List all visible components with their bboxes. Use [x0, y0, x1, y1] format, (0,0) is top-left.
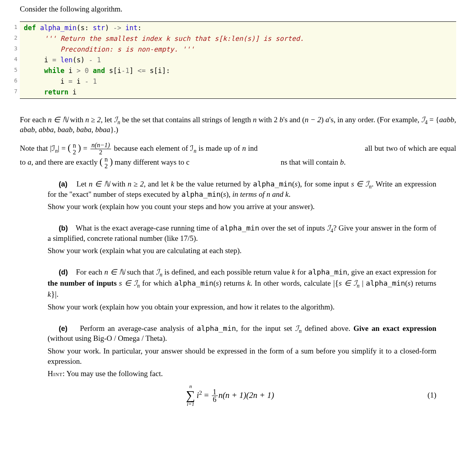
problem-text: For each n ∈ ℕ with n ≥ 2, let ℐn be the…: [20, 115, 456, 170]
code-listing: def alpha_min(s: str) -> int: ''' Return…: [20, 22, 456, 98]
document-page: Consider the following algorithm. 1 2 3 …: [0, 4, 476, 463]
question-d: (d) For each n ∈ ℕ such that ℐn is defin…: [48, 267, 436, 312]
show-work: Show your work. In particular, your answ…: [48, 346, 436, 366]
bottom-rule: [20, 98, 456, 99]
line-number: 2: [6, 33, 17, 43]
paragraph: Note that |ℐn| = (n2) = n(n−1)2 because …: [20, 142, 456, 169]
line-number: 1: [6, 22, 17, 33]
equation-number: (1): [413, 390, 436, 400]
binom-stack: n2: [71, 142, 77, 156]
line-number: 6: [6, 75, 17, 86]
question-text: (d) For each n ∈ ℕ such that ℐn is defin…: [48, 267, 436, 300]
line-number: 7: [6, 86, 17, 97]
question-e: (e) Perform an average-case analysis of …: [48, 323, 436, 407]
line-number: 5: [6, 65, 17, 75]
code-block: 1 2 3 4 5 6 7 def alpha_min(s: str) -> i…: [20, 22, 456, 98]
sigma-icon: n ∑ i=1: [186, 384, 195, 407]
question-b: (b) What is the exact average-case runni…: [48, 223, 436, 256]
fraction: 16: [212, 388, 218, 403]
equation-row: n ∑ i=1 i2 = 16n(n + 1)(2n + 1) (1): [48, 384, 436, 407]
line-number: 3: [6, 43, 17, 54]
fraction: n(n−1)2: [90, 142, 111, 156]
equation: n ∑ i=1 i2 = 16n(n + 1)(2n + 1): [48, 384, 413, 407]
paragraph: For each n ∈ ℕ with n ≥ 2, let ℐn be the…: [20, 115, 456, 135]
show-work: Show your work (explain how you obtain y…: [48, 302, 436, 312]
question-text: (b) What is the exact average-case runni…: [48, 223, 436, 243]
hint: Hint: You may use the following fact.: [48, 369, 436, 379]
questions: (a) Let n ∈ ℕ with n ≥ 2, and let k be t…: [48, 179, 436, 407]
line-number: 4: [6, 54, 17, 65]
intro-sentence: Consider the following algorithm.: [20, 4, 456, 14]
show-work: Show your work (explain what you are cal…: [48, 246, 436, 256]
line-number-gutter: 1 2 3 4 5 6 7: [6, 22, 17, 97]
binomial: (: [68, 143, 71, 153]
question-a: (a) Let n ∈ ℕ with n ≥ 2, and let k be t…: [48, 179, 436, 212]
question-text: (a) Let n ∈ ℕ with n ≥ 2, and let k be t…: [48, 179, 436, 199]
question-text: (e) Perform an average-case analysis of …: [48, 323, 436, 344]
show-work: Show your work (explain how you count yo…: [48, 202, 436, 212]
